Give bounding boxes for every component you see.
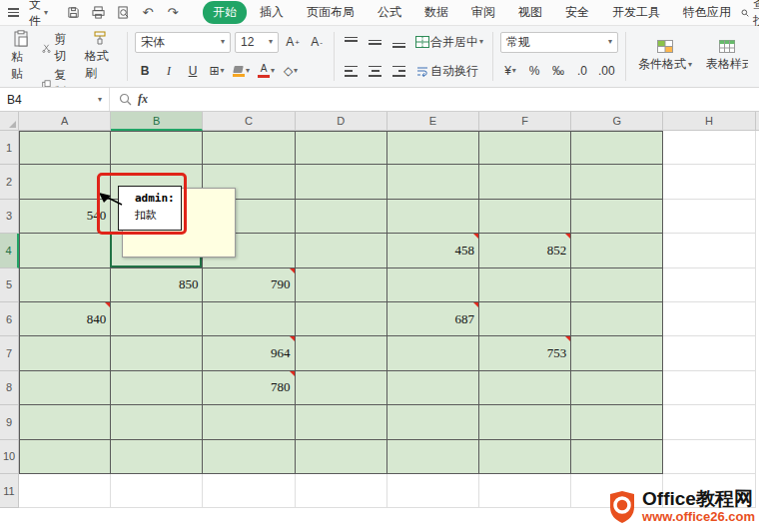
- copy-button[interactable]: 复制: [40, 66, 75, 88]
- row-header-5[interactable]: 5: [0, 268, 19, 302]
- decrease-font-size-button[interactable]: A-: [307, 32, 327, 53]
- cell-B1[interactable]: [111, 131, 203, 165]
- cell-F8[interactable]: [479, 371, 571, 405]
- align-right-button[interactable]: [389, 61, 409, 82]
- menu-tab-安全[interactable]: 安全: [555, 1, 599, 24]
- cell-G5[interactable]: [571, 268, 663, 302]
- cell-E3[interactable]: [387, 200, 479, 234]
- cell-H4[interactable]: [663, 234, 755, 267]
- format-painter-button[interactable]: 格式刷: [80, 29, 120, 84]
- row-header-8[interactable]: 8: [0, 371, 19, 405]
- cell-C9[interactable]: [203, 405, 295, 439]
- column-header-B[interactable]: B: [111, 112, 203, 131]
- row-header-6[interactable]: 6: [0, 302, 19, 336]
- conditional-format-button[interactable]: 条件格式▾: [633, 30, 697, 83]
- spreadsheet-grid[interactable]: ABCDEFGH12345678910115404588528507908406…: [0, 112, 759, 532]
- column-header-D[interactable]: D: [296, 112, 387, 131]
- save-icon[interactable]: [65, 5, 81, 21]
- print-preview-icon[interactable]: [115, 5, 131, 21]
- cell-B6[interactable]: [111, 302, 203, 336]
- cell-D7[interactable]: [296, 336, 387, 370]
- hamburger-menu-icon[interactable]: [8, 8, 19, 17]
- column-header-A[interactable]: A: [19, 112, 111, 131]
- cell-D2[interactable]: [296, 165, 387, 199]
- cell-H8[interactable]: [663, 371, 755, 405]
- align-bottom-button[interactable]: [389, 32, 409, 53]
- cell-G10[interactable]: [571, 440, 663, 474]
- menu-tab-页面布局[interactable]: 页面布局: [297, 1, 365, 24]
- increase-font-size-button[interactable]: A+: [283, 32, 303, 53]
- menu-tab-数据[interactable]: 数据: [414, 1, 458, 24]
- cell-D6[interactable]: [296, 302, 387, 336]
- merge-center-button[interactable]: 合并居中 ▾: [413, 32, 485, 53]
- cell-C1[interactable]: [203, 131, 295, 165]
- cell-C7[interactable]: 964: [203, 336, 295, 370]
- cell-B10[interactable]: [111, 440, 203, 474]
- align-left-button[interactable]: [342, 61, 362, 82]
- cell-G6[interactable]: [571, 302, 663, 336]
- fill-color-button[interactable]: ▾: [231, 61, 252, 82]
- cell-C10[interactable]: [203, 440, 295, 474]
- cell-G3[interactable]: [571, 200, 663, 234]
- cell-E9[interactable]: [387, 405, 479, 439]
- font-name-select[interactable]: 宋体 ▾: [135, 32, 231, 53]
- cell-F5[interactable]: [479, 268, 571, 302]
- italic-button[interactable]: I: [159, 61, 179, 82]
- cell-D8[interactable]: [296, 371, 387, 405]
- cell-A10[interactable]: [19, 440, 111, 474]
- formula-input[interactable]: [157, 88, 759, 111]
- borders-button[interactable]: ⊞▾: [207, 61, 227, 82]
- cell-G1[interactable]: [571, 131, 663, 165]
- row-header-11[interactable]: 11: [0, 474, 19, 508]
- cell-H3[interactable]: [663, 200, 755, 234]
- cell-D5[interactable]: [296, 268, 387, 302]
- font-size-select[interactable]: 12 ▾: [235, 32, 279, 53]
- redo-icon[interactable]: ↷: [165, 5, 181, 21]
- cell-A11[interactable]: [19, 474, 111, 508]
- bold-button[interactable]: B: [135, 61, 155, 82]
- cell-B11[interactable]: [111, 474, 203, 508]
- cell-B5[interactable]: 850: [111, 268, 203, 302]
- undo-icon[interactable]: ↶: [140, 5, 156, 21]
- cell-B9[interactable]: [111, 405, 203, 439]
- shading-button[interactable]: ◇▾: [281, 61, 301, 82]
- cell-H2[interactable]: [663, 165, 755, 199]
- cell-D11[interactable]: [296, 474, 387, 508]
- cell-E4[interactable]: 458: [387, 234, 479, 267]
- cell-G2[interactable]: [571, 165, 663, 199]
- paste-button[interactable]: 粘贴: [6, 28, 36, 85]
- row-header-1[interactable]: 1: [0, 131, 19, 165]
- cell-E6[interactable]: 687: [387, 302, 479, 336]
- cell-H10[interactable]: [663, 440, 755, 474]
- row-header-10[interactable]: 10: [0, 440, 19, 474]
- cell-G9[interactable]: [571, 405, 663, 439]
- cell-F2[interactable]: [479, 165, 571, 199]
- cell-H5[interactable]: [663, 268, 755, 302]
- select-all-button[interactable]: [0, 112, 19, 131]
- cell-D9[interactable]: [296, 405, 387, 439]
- menu-tab-审阅[interactable]: 审阅: [461, 1, 505, 24]
- column-header-G[interactable]: G: [571, 112, 663, 131]
- cell-E1[interactable]: [387, 131, 479, 165]
- cut-button[interactable]: 剪切: [40, 30, 75, 66]
- cell-C6[interactable]: [203, 302, 295, 336]
- cell-G4[interactable]: [571, 234, 663, 267]
- cell-C5[interactable]: 790: [203, 268, 295, 302]
- currency-format-button[interactable]: ¥▾: [500, 61, 520, 82]
- row-header-3[interactable]: 3: [0, 200, 19, 234]
- cell-E5[interactable]: [387, 268, 479, 302]
- decrease-decimal-button[interactable]: .00: [596, 61, 617, 82]
- cell-E10[interactable]: [387, 440, 479, 474]
- menu-tab-插入[interactable]: 插入: [250, 1, 294, 24]
- number-format-select[interactable]: 常规 ▾: [500, 32, 618, 53]
- cell-B8[interactable]: [111, 371, 203, 405]
- cell-F7[interactable]: 753: [479, 336, 571, 370]
- insert-function-button[interactable]: fx: [110, 88, 157, 111]
- font-color-button[interactable]: A ▾: [256, 61, 277, 82]
- menu-tab-公式[interactable]: 公式: [368, 1, 411, 24]
- wrap-text-button[interactable]: 自动换行: [413, 61, 480, 82]
- cell-A7[interactable]: [19, 336, 111, 370]
- row-header-2[interactable]: 2: [0, 165, 19, 199]
- underline-button[interactable]: U: [183, 61, 203, 82]
- cell-A4[interactable]: [19, 234, 111, 267]
